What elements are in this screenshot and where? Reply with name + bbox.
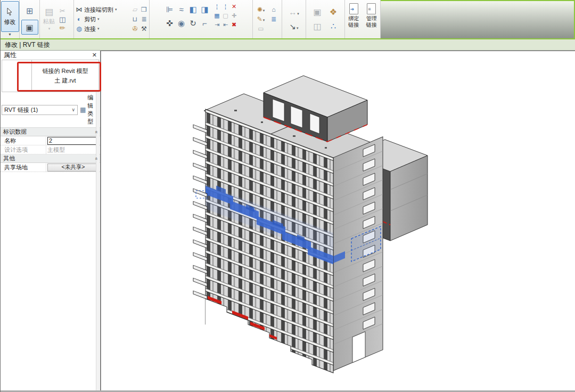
paste-icon: ▤: [45, 7, 53, 17]
ui-blocks-button[interactable]: ⊞: [21, 4, 38, 19]
ribbon-panel-measure: ↔▾ ↘▾: [282, 0, 306, 38]
copy-modify-icon[interactable]: ◉: [178, 19, 185, 27]
properties-palette-icon: ▣: [26, 23, 33, 31]
trim-corner-icon[interactable]: ⌐: [202, 19, 207, 27]
properties-palette: 属性 ✕ 链接的 Revit 模型 土 建.rvt RVT 链接 (1) ∨ ▦: [1, 51, 101, 390]
cut-profile-icon[interactable]: ▱: [131, 6, 139, 13]
default-3d-home-icon[interactable]: ⌂: [272, 6, 275, 13]
move-icon[interactable]: ✜: [166, 19, 173, 27]
paste-button[interactable]: ▤ 粘贴 ▾: [41, 4, 57, 35]
demolish-hammer-icon[interactable]: ⚒: [140, 26, 148, 32]
section-other-title: 其他: [3, 154, 15, 162]
shared-site-button[interactable]: <未共享>: [47, 164, 99, 172]
mirror-draw-axis-icon[interactable]: ◨: [201, 5, 208, 13]
ribbon-panel-clipboard: ▤ 粘贴 ▾ ✂ ◫ ✏: [40, 0, 74, 38]
create-similar-icon[interactable]: ❖: [330, 8, 337, 17]
type-selector-line1: 链接的 Revit 模型: [42, 67, 88, 75]
join-end-cut-dropdown-icon[interactable]: ▾: [115, 7, 117, 12]
join-end-cut-icon[interactable]: ⋈: [75, 6, 83, 13]
join-geometry-icon[interactable]: ◍: [75, 26, 83, 32]
join-end-cut-label[interactable]: 连接端切割: [84, 6, 113, 14]
manage-link-label-2: 链接: [366, 22, 377, 28]
align-icon[interactable]: ⊫: [166, 5, 173, 13]
offset-icon[interactable]: ≈: [179, 5, 183, 13]
join-label[interactable]: 连接: [84, 25, 96, 33]
split-element-icon[interactable]: ¦: [216, 4, 218, 10]
ribbon-panel-modify: ⊫ ≈ ◧ ◨ ✜ ◉ ↻ ⌐ ¦ ¦ ✕ ▦ ▢ ✚ ⇥ ⇤: [150, 0, 253, 38]
property-row-design-option: 设计选项 主模型: [1, 145, 100, 154]
array-icon[interactable]: ▦: [214, 13, 219, 19]
ribbon-panel-select: 修改 ▼: [1, 0, 20, 38]
scale-icon[interactable]: ▢: [223, 13, 228, 19]
design-option-label: 设计选项: [1, 146, 46, 154]
property-row-name: 名称 2: [1, 136, 100, 145]
show-related-box-icon[interactable]: ❒: [140, 6, 148, 13]
modify-button[interactable]: 修改: [1, 1, 19, 32]
collapse-chevron-icon[interactable]: «: [93, 130, 98, 133]
rotate-icon[interactable]: ↻: [190, 19, 196, 27]
ui-blocks-icon: ⊞: [26, 7, 33, 15]
3d-view-canvas[interactable]: [101, 51, 575, 390]
bind-link-doc-icon: ➜: [349, 3, 358, 14]
split-with-gap-icon[interactable]: ¦: [225, 4, 226, 10]
section-identity-title: 标识数据: [3, 128, 27, 136]
properties-palette-button[interactable]: ▣: [21, 20, 38, 35]
building-model: [101, 51, 575, 392]
collapse-chevron-icon-2[interactable]: «: [93, 157, 98, 160]
wall-sweep-icon[interactable]: ≣: [140, 16, 148, 22]
beam-cope-icon[interactable]: ⊔: [131, 16, 139, 22]
left-balconies: [193, 125, 207, 299]
override-graphics-brush-icon[interactable]: ✎: [257, 16, 262, 22]
cut-dropdown-icon[interactable]: ▾: [97, 17, 100, 21]
close-icon[interactable]: ✕: [92, 52, 97, 59]
cut-label[interactable]: 剪切: [84, 15, 96, 23]
edit-type-icon: ▦: [80, 107, 86, 113]
mode-bar: 修改 | RVT 链接: [1, 39, 575, 51]
name-input[interactable]: 2: [47, 137, 99, 145]
match-type-brush-icon[interactable]: ✏: [60, 24, 65, 31]
measure-length-icon[interactable]: ↔: [289, 8, 297, 16]
chevron-down-icon: ∨: [71, 107, 75, 112]
ribbon-panel-properties-ui: ⊞ ▣: [20, 0, 40, 38]
section-identity-data[interactable]: 标识数据 «: [1, 128, 100, 136]
duplicate-views-icon[interactable]: ◫: [313, 22, 321, 31]
measure-aligned-icon[interactable]: ↘: [289, 22, 296, 30]
mirror-pick-axis-icon[interactable]: ◧: [189, 5, 196, 13]
ribbon: 修改 ▼ ⊞ ▣ ▤ 粘贴 ▾ ✂ ◫ ✏ ⋈ 连接端切割 ▾: [1, 0, 575, 38]
select-panel-dropdown-icon[interactable]: ▼: [8, 32, 12, 37]
unpin-icon[interactable]: ✕: [232, 4, 236, 10]
transfer-diagram-icon[interactable]: ∴: [331, 22, 336, 31]
ribbon-panel-create: ▣ ❖ ◫ ∴: [306, 0, 345, 38]
manage-link-button[interactable]: ≡ 管理 链接: [364, 2, 380, 37]
join-dropdown-icon[interactable]: ▾: [97, 27, 100, 31]
modify-label: 修改: [4, 18, 16, 26]
type-selector-line2: 土 建.rvt: [54, 77, 76, 85]
cut-scissors-icon[interactable]: ✂: [60, 7, 65, 14]
cut-geometry-icon[interactable]: ◐: [75, 16, 83, 22]
element-filter-value: RVT 链接 (1): [4, 106, 38, 114]
ribbon-panel-view-graphics: ✺▾ ⌂ ✎▾ ≣ ▭: [253, 0, 282, 38]
type-selector[interactable]: 链接的 Revit 模型 土 建.rvt: [2, 60, 99, 92]
trim-extend-multiple-icon[interactable]: ⇤: [223, 22, 228, 28]
linework-icon[interactable]: ≣: [271, 16, 276, 22]
ribbon-panel-rvt-link: ➜ 绑定 链接 ≡ 管理 链接: [345, 0, 381, 38]
delete-icon[interactable]: ✖: [232, 22, 236, 28]
lightbulb-icon[interactable]: ✺: [257, 6, 262, 13]
manage-link-doc-icon: ≡: [367, 3, 376, 14]
paint-icon[interactable]: ✇: [131, 26, 139, 32]
create-group-icon[interactable]: ▣: [313, 8, 321, 17]
shared-site-label: 共享场地: [1, 164, 46, 172]
section-other[interactable]: 其他 «: [1, 154, 100, 163]
bind-link-button[interactable]: ➜ 绑定 链接: [346, 2, 362, 37]
transparent-box-icon[interactable]: ▭: [258, 26, 264, 32]
ribbon-empty-area: [381, 0, 575, 38]
name-label: 名称: [1, 137, 46, 145]
properties-scrollbar[interactable]: [96, 59, 100, 390]
copy-icon[interactable]: ◫: [59, 16, 65, 23]
type-preview-thumbnail: [2, 60, 32, 92]
manage-link-label-1: 管理: [366, 15, 377, 22]
element-filter-combobox[interactable]: RVT 链接 (1) ∨: [2, 105, 78, 115]
pin-icon[interactable]: ✚: [232, 13, 236, 19]
bind-link-label-2: 链接: [348, 22, 359, 28]
trim-extend-single-icon[interactable]: ⇥: [215, 22, 219, 28]
